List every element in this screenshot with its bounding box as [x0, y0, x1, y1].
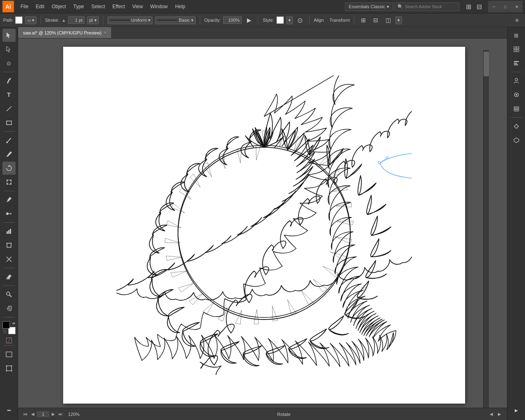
fill-swatch[interactable]	[15, 16, 23, 24]
menu-view[interactable]: View	[129, 2, 146, 11]
workspace-selector[interactable]: Essentials Classic ▾	[345, 2, 393, 11]
brush-dropdown[interactable]: Basic ▾	[155, 16, 196, 24]
svg-rect-45	[514, 47, 516, 49]
stroke-value-input[interactable]	[68, 16, 84, 24]
menu-help[interactable]: Help	[172, 2, 189, 11]
rotate-tool[interactable]	[2, 162, 16, 175]
tool-separator-1	[3, 72, 15, 72]
page-input[interactable]	[37, 411, 49, 417]
screen-mode-btn[interactable]	[2, 348, 16, 361]
type-tool[interactable]: T	[2, 88, 16, 101]
canvas-area: saw.ai* @ 120% (CMYK/GPU Preview) ×	[18, 27, 507, 420]
panel-options-btn[interactable]: ≡	[512, 15, 522, 25]
stop-btn[interactable]: ▶	[496, 411, 503, 418]
line-tool[interactable]	[2, 102, 16, 115]
align-options-btn[interactable]: ⊟	[371, 15, 381, 25]
panel-btn-layers2[interactable]	[510, 134, 523, 147]
eyedropper-tool[interactable]	[2, 193, 16, 206]
svg-line-2	[7, 106, 11, 111]
edit-artboard-btn[interactable]	[2, 362, 16, 375]
play-btn[interactable]: ◀	[488, 411, 495, 418]
panel-btn-2[interactable]	[510, 43, 523, 56]
artboard-tool[interactable]	[2, 239, 16, 252]
svg-marker-63	[514, 138, 519, 143]
stroke-unit-dropdown[interactable]: pt▾	[87, 16, 98, 24]
svg-point-58	[515, 125, 518, 128]
properties-panel-btn[interactable]	[510, 88, 523, 101]
align-distribute-btn[interactable]: ⊞	[358, 15, 368, 25]
prev-page-btn[interactable]: ◀	[30, 411, 36, 418]
menu-object[interactable]: Object	[48, 2, 69, 11]
svg-rect-15	[8, 230, 9, 234]
more-tools-btn[interactable]: •••	[2, 404, 16, 417]
hand-tool[interactable]	[2, 302, 16, 315]
transform-options-btn[interactable]: ◫	[383, 15, 393, 25]
pen-tool[interactable]	[2, 74, 16, 87]
extra-options-dropdown[interactable]: ▾	[395, 16, 402, 24]
chart-tool[interactable]	[2, 225, 16, 238]
panel-btn-3[interactable]	[510, 57, 523, 70]
search-box[interactable]: 🔍 Search Adobe Stock	[394, 2, 459, 11]
stroke-up-btn[interactable]: ▲	[62, 18, 66, 23]
lasso-tool[interactable]: ⊙	[2, 57, 16, 70]
svg-point-33	[178, 147, 350, 320]
opacity-more-btn[interactable]: ▶	[244, 15, 254, 25]
menu-type[interactable]: Type	[70, 2, 87, 11]
panel-toggle-btn[interactable]: ⊞	[463, 2, 473, 11]
sync-panel-btn[interactable]: ⊞	[510, 29, 523, 42]
svg-point-24	[7, 292, 10, 295]
stroke-profile-label: Uniform	[131, 18, 147, 23]
menu-effect[interactable]: Effect	[109, 2, 128, 11]
workspace-chevron: ▾	[387, 4, 389, 9]
menu-window[interactable]: Window	[147, 2, 171, 11]
next-page-btn[interactable]: ▶	[50, 411, 57, 418]
transform-label[interactable]: Transform	[329, 18, 350, 23]
vertical-scrollbar-thumb[interactable]	[484, 52, 489, 76]
first-page-btn[interactable]: ⏮	[22, 411, 29, 418]
none-swatch[interactable]: ╱	[6, 338, 12, 343]
blend-tool[interactable]	[2, 207, 16, 220]
eraser-tool[interactable]	[2, 270, 16, 283]
svg-rect-37	[378, 162, 380, 164]
svg-rect-10	[10, 183, 11, 185]
vertical-scrollbar[interactable]	[483, 50, 489, 408]
zoom-tool[interactable]	[2, 288, 16, 301]
direct-selection-tool[interactable]	[2, 43, 16, 56]
svg-rect-16	[10, 229, 11, 234]
svg-point-54	[516, 94, 517, 96]
style-swatch[interactable]	[276, 16, 284, 24]
svg-rect-8	[10, 180, 11, 181]
pencil-tool[interactable]	[2, 148, 16, 161]
reset-colors-icon[interactable]: ⬛	[3, 330, 7, 333]
selection-tool[interactable]	[2, 29, 16, 42]
document-tab[interactable]: saw.ai* @ 120% (CMYK/GPU Preview) ×	[18, 27, 112, 38]
slice-tool[interactable]	[2, 253, 16, 266]
align-label[interactable]: Align	[314, 18, 324, 23]
fill-type-dropdown[interactable]: ▭▾	[25, 16, 37, 24]
panel-collapse-btn[interactable]: ▶	[510, 404, 523, 417]
last-page-btn[interactable]: ⏭	[57, 411, 64, 418]
restore-button[interactable]: □	[500, 1, 511, 12]
rectangle-tool[interactable]	[2, 116, 16, 129]
libraries-panel-btn[interactable]	[510, 74, 523, 87]
foreground-color-swatch[interactable]	[2, 321, 10, 329]
canvas-wrapper[interactable]	[18, 39, 507, 408]
style-dropdown[interactable]: ▾	[286, 16, 293, 24]
style-label: Style:	[262, 18, 274, 23]
paintbrush-tool[interactable]	[2, 134, 16, 147]
stroke-profile-dropdown[interactable]: Uniform ▾	[107, 16, 153, 24]
panel-btn-extra[interactable]	[510, 120, 523, 133]
swap-colors-icon[interactable]: ⇄	[12, 322, 15, 325]
close-button[interactable]: ✕	[511, 1, 523, 12]
menu-edit[interactable]: Edit	[32, 2, 48, 11]
recolor-icon[interactable]: ⊙	[295, 15, 305, 25]
svg-line-35	[380, 158, 387, 163]
opacity-input[interactable]	[223, 16, 242, 24]
menu-file[interactable]: File	[17, 2, 32, 11]
tab-close-btn[interactable]: ×	[104, 30, 107, 35]
minimize-button[interactable]: ─	[488, 1, 500, 12]
layers-panel-btn[interactable]	[510, 102, 523, 115]
transform-tool[interactable]	[2, 176, 16, 189]
arrange-btn[interactable]: ⊟	[474, 2, 484, 11]
menu-select[interactable]: Select	[88, 2, 108, 11]
